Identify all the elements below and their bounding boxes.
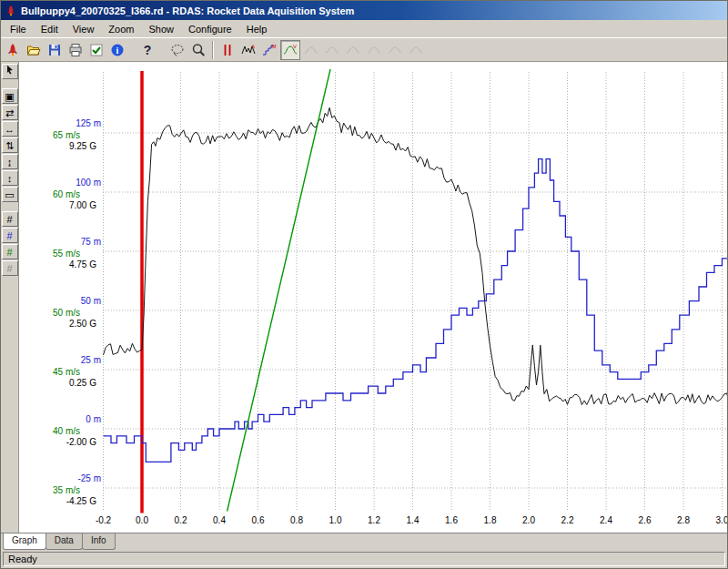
svg-text:7.00 G: 7.00 G <box>69 200 96 210</box>
svg-text:1.0: 1.0 <box>329 515 342 525</box>
status-panel: Ready <box>3 552 725 566</box>
menu-zoom[interactable]: Zoom <box>101 22 141 36</box>
menu-edit[interactable]: Edit <box>34 22 66 36</box>
help-icon: ? <box>140 43 155 57</box>
svg-text:0.0: 0.0 <box>136 515 148 525</box>
svg-text:0.4: 0.4 <box>213 515 226 525</box>
alt-trace-button[interactable]: M <box>259 40 279 60</box>
cursor-lines-button[interactable] <box>217 40 238 60</box>
wave-icon <box>367 43 381 57</box>
menu-configure[interactable]: Configure <box>181 22 239 36</box>
svg-text:2.50 G: 2.50 G <box>69 319 96 329</box>
zoom-icon <box>191 43 206 57</box>
svg-text:0.6: 0.6 <box>252 515 265 525</box>
pointer-icon <box>5 65 15 76</box>
left-toolbar: ▣⇄↔⇅↨↕▭#### <box>1 62 19 533</box>
window-title: Bullpuppy4_20070325_I366.rd - RDAS: Rock… <box>21 5 354 16</box>
app-rocket-icon <box>5 5 17 17</box>
zoom-button[interactable] <box>188 40 208 60</box>
tab-graph[interactable]: Graph <box>3 533 46 550</box>
svg-text:A: A <box>251 44 255 49</box>
wave-icon <box>325 43 339 57</box>
toolbar: i?AMV <box>1 38 727 62</box>
svg-text:2.8: 2.8 <box>677 515 690 525</box>
wave-button-4 <box>364 40 384 60</box>
open-folder-icon <box>26 43 41 57</box>
main-content: ▣⇄↔⇅↨↕▭#### -0.20.00.20.40.60.81.01.21.4… <box>1 62 727 533</box>
pan-vertical-button[interactable]: ↕ <box>2 170 18 186</box>
info-button[interactable]: i <box>107 40 127 60</box>
pan-horizontal-button[interactable]: ↔ <box>2 121 18 137</box>
lasso-button[interactable] <box>167 40 187 60</box>
zoom-box-button[interactable]: ▭ <box>2 187 18 202</box>
confirm-button[interactable] <box>86 40 106 60</box>
svg-text:0 m: 0 m <box>86 414 101 424</box>
wave-button-3 <box>343 40 363 60</box>
menu-view[interactable]: View <box>66 22 102 36</box>
status-bar: Ready <box>1 550 727 568</box>
svg-text:40 m/s: 40 m/s <box>53 426 80 436</box>
menu-show[interactable]: Show <box>141 22 181 36</box>
accel-trace-icon: A <box>241 43 256 57</box>
print-button[interactable] <box>66 40 86 60</box>
svg-text:-0.2: -0.2 <box>96 515 112 525</box>
wave-icon <box>304 43 318 57</box>
wave-icon <box>409 43 423 57</box>
alt-trace-icon: M <box>262 43 277 57</box>
lasso-icon <box>170 43 185 57</box>
tab-info[interactable]: Info <box>82 533 116 550</box>
accel-trace-button[interactable]: A <box>238 40 258 60</box>
acceleration-trace <box>104 107 728 404</box>
wave-button-6 <box>406 40 426 60</box>
svg-text:45 m/s: 45 m/s <box>53 367 80 377</box>
menu-help[interactable]: Help <box>239 22 275 36</box>
velocity-trace-button[interactable]: V <box>280 40 300 60</box>
svg-text:0.2: 0.2 <box>175 515 187 525</box>
save-button[interactable] <box>45 40 65 60</box>
grid-acceleration-button[interactable]: # <box>2 211 18 227</box>
rocket-button[interactable] <box>3 40 23 60</box>
save-icon <box>47 43 62 57</box>
svg-text:9.25 G: 9.25 G <box>69 141 96 151</box>
print-icon <box>68 43 83 57</box>
svg-text:0.8: 0.8 <box>290 515 303 525</box>
svg-text:75 m: 75 m <box>81 237 101 247</box>
info-icon: i <box>110 43 125 57</box>
fit-vertical-button[interactable]: ⇅ <box>2 137 18 153</box>
center-vertical-button[interactable]: ↨ <box>2 154 18 169</box>
svg-text:1.8: 1.8 <box>484 515 497 525</box>
status-text: Ready <box>8 554 37 564</box>
svg-text:50 m/s: 50 m/s <box>53 308 80 318</box>
cursor-lines-icon <box>220 43 235 57</box>
svg-text:2.6: 2.6 <box>639 515 652 525</box>
svg-text:1.4: 1.4 <box>407 515 420 525</box>
svg-text:65 m/s: 65 m/s <box>53 130 80 140</box>
svg-text:V: V <box>293 44 297 49</box>
pointer-tool-button[interactable] <box>2 64 18 79</box>
open-button[interactable] <box>24 40 44 60</box>
grid-velocity-button[interactable]: # <box>2 244 18 259</box>
svg-text:25 m: 25 m <box>81 355 101 365</box>
titlebar[interactable]: Bullpuppy4_20070325_I366.rd - RDAS: Rock… <box>1 1 727 20</box>
grid-all-button[interactable]: # <box>2 260 18 276</box>
wave-icon <box>346 43 360 57</box>
flight-data-chart[interactable]: -0.20.00.20.40.60.81.01.21.41.61.82.02.2… <box>19 62 727 533</box>
svg-text:50 m: 50 m <box>81 296 101 306</box>
grid-altitude-button[interactable]: # <box>2 228 18 243</box>
svg-text:?: ? <box>144 43 152 57</box>
tab-bar: GraphDataInfo <box>1 533 727 550</box>
svg-text:3.0: 3.0 <box>716 515 727 525</box>
fit-view-button[interactable]: ▣ <box>2 88 18 104</box>
svg-text:100 m: 100 m <box>76 178 101 188</box>
fit-horizontal-button[interactable]: ⇄ <box>2 105 18 120</box>
menu-file[interactable]: File <box>3 22 34 36</box>
svg-text:-25 m: -25 m <box>77 473 101 483</box>
tab-data[interactable]: Data <box>46 533 83 550</box>
velocity-trace-icon: V <box>283 43 298 57</box>
wave-button-1 <box>301 40 321 60</box>
help-button[interactable]: ? <box>137 40 157 60</box>
svg-text:2.4: 2.4 <box>600 515 612 525</box>
svg-text:1.2: 1.2 <box>368 515 380 525</box>
svg-text:35 m/s: 35 m/s <box>53 485 80 495</box>
x-axis-labels: -0.20.00.20.40.60.81.01.21.41.61.82.02.2… <box>96 515 727 525</box>
